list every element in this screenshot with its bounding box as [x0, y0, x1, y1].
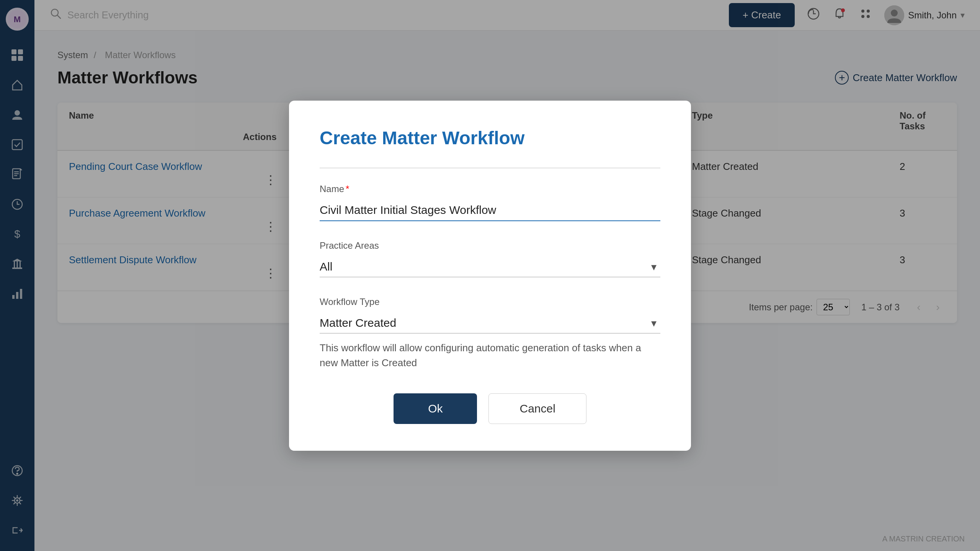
practice-areas-label: Practice Areas: [320, 240, 660, 251]
required-indicator: *: [346, 184, 349, 194]
workflow-type-label: Workflow Type: [320, 297, 660, 307]
workflow-type-description: This workflow will allow configuring aut…: [320, 341, 660, 370]
ok-button[interactable]: Ok: [394, 393, 477, 424]
create-workflow-dialog: Create Matter Workflow Name* Practice Ar…: [289, 101, 691, 451]
dialog-divider: [320, 168, 660, 168]
practice-areas-select-wrap: All Criminal Civil Corporate ▾: [320, 256, 660, 277]
practice-areas-select[interactable]: All Criminal Civil Corporate: [320, 256, 660, 277]
modal-overlay: Create Matter Workflow Name* Practice Ar…: [0, 0, 980, 551]
cancel-button[interactable]: Cancel: [488, 393, 586, 424]
workflow-type-select[interactable]: Matter Created Stage Changed: [320, 313, 660, 334]
name-label: Name*: [320, 184, 660, 194]
dialog-title: Create Matter Workflow: [320, 127, 660, 148]
name-form-group: Name*: [320, 184, 660, 221]
name-input[interactable]: [320, 200, 660, 221]
practice-areas-form-group: Practice Areas All Criminal Civil Corpor…: [320, 240, 660, 277]
dialog-actions: Ok Cancel: [320, 393, 660, 424]
workflow-type-form-group: Workflow Type Matter Created Stage Chang…: [320, 297, 660, 370]
workflow-type-select-wrap: Matter Created Stage Changed ▾: [320, 313, 660, 334]
